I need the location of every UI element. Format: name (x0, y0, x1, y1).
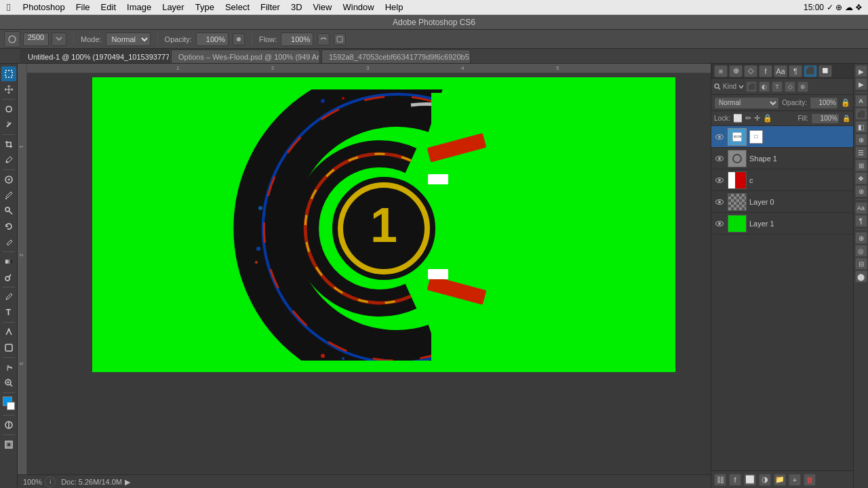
brush-size-input[interactable]: 2500 (23, 33, 49, 46)
enable-airbrush-btn[interactable] (334, 33, 346, 45)
tool-brush[interactable] (1, 188, 16, 203)
fr-btn-5[interactable]: ⊕ (855, 134, 867, 146)
kind-adjustment-btn[interactable]: ◐ (759, 81, 770, 92)
panel-tab-swatches[interactable]: 🔲 (818, 65, 832, 77)
tool-quickmask[interactable] (1, 418, 16, 432)
zoom-options-btn[interactable]: i (45, 476, 56, 487)
kind-smart-btn[interactable]: ⊕ (797, 81, 808, 92)
opacity-airbrush-btn[interactable] (233, 33, 245, 45)
lock-all-icon[interactable]: 🔒 (763, 114, 772, 123)
tab-1592a8[interactable]: 1592a8_47053cebf66341779d9f6c6920b51f08_… (321, 49, 471, 63)
fr-btn-8[interactable]: ❖ (855, 172, 867, 184)
layer-eye-0[interactable] (714, 131, 725, 142)
tool-magic-wand[interactable] (1, 117, 16, 132)
opacity-input[interactable] (196, 33, 229, 46)
layer-link-btn[interactable]: ⛓ (714, 474, 726, 486)
tool-dodge[interactable] (1, 270, 16, 285)
lock-pixel-icon[interactable]: ⬜ (733, 114, 743, 123)
fr-btn-aa[interactable]: Aa (855, 202, 867, 214)
fr-btn-14[interactable]: ⬤ (855, 270, 867, 283)
fr-btn-1[interactable]: ▶ (855, 65, 867, 77)
panel-tab-paths[interactable]: ◇ (744, 65, 757, 77)
layer-new-btn[interactable]: + (789, 474, 801, 486)
tool-crop[interactable] (1, 137, 16, 152)
panel-tab-paragraph[interactable]: ¶ (789, 65, 802, 77)
tool-shape[interactable] (1, 340, 16, 355)
layer-eye-shape1[interactable] (714, 153, 725, 164)
layer-row-c[interactable]: c (711, 169, 853, 191)
tool-marquee[interactable] (1, 66, 16, 81)
kind-shape-btn[interactable]: ◇ (785, 81, 795, 92)
panel-tab-channels[interactable]: ⊕ (729, 65, 743, 77)
menu-edit[interactable]: Edit (96, 0, 121, 14)
doc-info-expand[interactable]: ▶ (125, 478, 133, 486)
blend-mode-select[interactable]: Normal (714, 97, 779, 109)
fr-btn-A[interactable]: A (855, 95, 867, 107)
opacity-blend-input[interactable] (810, 97, 838, 109)
kind-type-btn[interactable]: T (772, 81, 783, 92)
fr-btn-3[interactable]: ⬛ (855, 108, 867, 120)
flow-tablet-btn[interactable] (317, 33, 330, 45)
menu-filter[interactable]: Filter (255, 0, 285, 14)
layer-row-0[interactable]: ⟺ □ (711, 126, 853, 148)
tool-zoom[interactable] (1, 375, 16, 390)
tool-pen[interactable] (1, 289, 16, 304)
fr-btn-9[interactable]: ⊛ (855, 185, 867, 197)
layer-eye-layer0[interactable] (714, 197, 725, 207)
layer-eye-c[interactable] (714, 175, 725, 186)
layer-group-btn[interactable]: 📁 (774, 474, 786, 486)
brush-preset-picker[interactable] (4, 31, 20, 47)
fr-btn-12[interactable]: ◎ (855, 245, 867, 257)
panel-tab-color[interactable]: ⬛ (804, 65, 817, 77)
tool-healing[interactable] (1, 172, 16, 187)
tool-move[interactable] (1, 82, 16, 97)
panel-tab-layers[interactable]: ≡ (714, 65, 728, 77)
fr-btn-11[interactable]: ⊕ (855, 232, 867, 244)
menu-help[interactable]: Help (380, 0, 409, 14)
layer-mask-btn[interactable]: ⬜ (744, 474, 756, 486)
menu-file[interactable]: File (71, 0, 96, 14)
tool-eraser[interactable] (1, 235, 16, 249)
layer-adjustment-btn[interactable]: ◑ (759, 474, 771, 486)
kind-pixel-btn[interactable]: ⬛ (746, 81, 757, 92)
background-color[interactable] (7, 402, 15, 410)
menu-image[interactable]: Image (121, 0, 157, 14)
tool-history[interactable] (1, 219, 16, 234)
fr-btn-4[interactable]: ◧ (855, 121, 867, 133)
apple-menu[interactable]:  (0, 1, 17, 13)
tool-lasso[interactable] (1, 102, 16, 117)
mode-select[interactable]: Normal (106, 33, 151, 46)
menu-view[interactable]: View (308, 0, 338, 14)
layer-fx-btn[interactable]: f (729, 474, 741, 486)
color-swatches[interactable] (1, 396, 16, 411)
brush-options-btn[interactable] (52, 33, 66, 46)
fr-btn-13[interactable]: ⊟ (855, 258, 867, 270)
fr-btn-7[interactable]: ⊞ (855, 159, 867, 171)
layer-row-layer1[interactable]: Layer 1 (711, 213, 853, 235)
tool-clone-stamp[interactable] (1, 203, 16, 218)
lock-position-icon[interactable]: ✏ (745, 114, 751, 123)
menu-photoshop[interactable]: Photoshop (17, 0, 70, 14)
flow-input[interactable] (281, 33, 313, 46)
tool-type[interactable]: T (1, 305, 16, 320)
menu-window[interactable]: Window (337, 0, 379, 14)
layer-row-shape1[interactable]: Shape 1 (711, 148, 853, 169)
layer-row-layer0[interactable]: Layer 0 (711, 191, 853, 213)
opacity-lock-icon[interactable]: 🔒 (841, 98, 850, 107)
tool-screen-mode[interactable] (1, 437, 16, 452)
layer-delete-btn[interactable]: 🗑 (804, 474, 816, 486)
fill-lock-icon[interactable]: 🔒 (842, 115, 850, 122)
fr-btn-6[interactable]: ☰ (855, 146, 867, 159)
menu-3d[interactable]: 3D (285, 0, 308, 14)
layer-eye-layer1[interactable] (714, 218, 725, 229)
tool-hand[interactable] (1, 360, 16, 375)
menu-type[interactable]: Type (190, 0, 220, 14)
fr-btn-2[interactable]: ▶ (855, 78, 867, 90)
tool-eyedropper[interactable] (1, 152, 16, 167)
panel-tab-fx[interactable]: f (759, 65, 772, 77)
tool-gradient[interactable] (1, 254, 16, 269)
fill-input[interactable] (811, 113, 840, 124)
menu-select[interactable]: Select (220, 0, 255, 14)
tool-path-selection[interactable] (1, 325, 16, 340)
tab-options[interactable]: Options – Wes-Flood.psd @ 100% (949 Anvi… (171, 49, 320, 63)
